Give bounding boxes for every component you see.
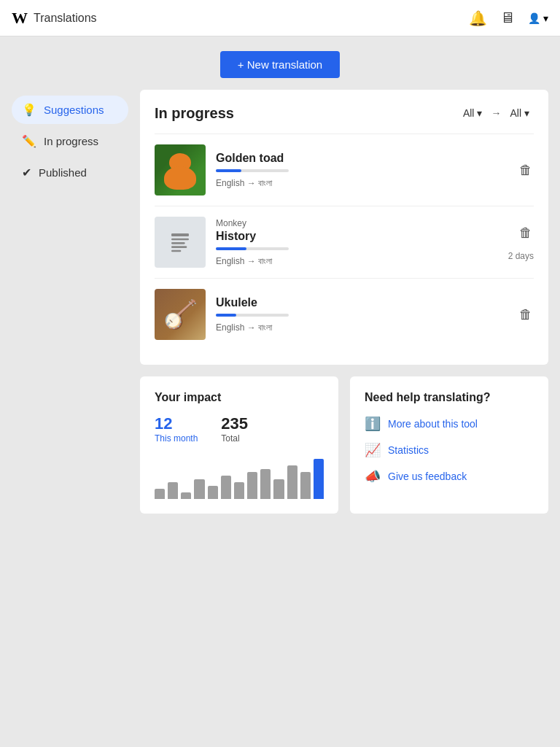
svg-rect-1 [171, 239, 189, 241]
monitor-icon[interactable]: 🖥 [500, 9, 515, 26]
topnav-title: Translations [34, 12, 97, 25]
more-about-link[interactable]: ℹ️ More about this tool [365, 416, 534, 432]
sidebar-item-published-label: Published [39, 166, 87, 179]
ukulele-progress-bar [216, 314, 289, 317]
topnav-actions: 🔔 🖥 👤 ▾ [469, 9, 548, 27]
this-month-stat: 12 This month [155, 414, 198, 444]
monkey-history-days: 2 days [508, 251, 534, 261]
wiki-logo: W [12, 9, 28, 28]
statistics-label: Statistics [388, 444, 429, 456]
monkey-history-progress-bar [216, 247, 289, 250]
sidebar: 💡 Suggestions ✏️ In progress ✔ Published [12, 90, 128, 525]
sidebar-item-published[interactable]: ✔ Published [12, 158, 128, 187]
chart-bar [314, 459, 324, 499]
ukulele-title: Ukulele [216, 296, 508, 309]
monkey-history-lang: English → বাংলা [216, 256, 498, 266]
monkey-history-info: Monkey History English → বাংলা [216, 218, 498, 266]
golden-toad-info: Golden toad English → বাংলা [216, 152, 508, 188]
filter-left-label: All [463, 107, 475, 119]
impact-card: Your impact 12 This month 235 Total [140, 376, 338, 514]
monkey-subtitle: Monkey [216, 218, 498, 228]
monkey-history-thumbnail [155, 217, 206, 268]
ukulele-lang: English → বাংলা [216, 322, 508, 333]
user-menu[interactable]: 👤 ▾ [528, 12, 548, 24]
pencil-icon: ✏️ [22, 134, 36, 148]
ukulele-info: Ukulele English → বাংলা [216, 296, 508, 333]
svg-rect-2 [171, 242, 185, 244]
monkey-history-meta: 🗑 2 days [508, 224, 534, 261]
checkmark-icon: ✔ [22, 166, 31, 179]
sidebar-item-suggestions-label: Suggestions [44, 104, 104, 116]
help-card: Need help translating? ℹ️ More about thi… [350, 376, 548, 514]
more-about-label: More about this tool [388, 418, 478, 430]
this-month-label: This month [155, 433, 198, 444]
bottom-row: Your impact 12 This month 235 Total Need… [140, 376, 548, 514]
golden-toad-thumbnail [155, 144, 206, 196]
feedback-link[interactable]: 📣 Give us feedback [365, 468, 534, 484]
table-row: Monkey History English → বাংলা 🗑 2 days [155, 206, 534, 278]
chart-bar [234, 482, 244, 499]
chart-bar [208, 486, 218, 499]
new-translation-bar: + New translation [0, 36, 560, 90]
golden-toad-delete-button[interactable]: 🗑 [518, 161, 534, 179]
main-content: In progress All ▾ → All ▾ [140, 90, 548, 525]
sidebar-item-suggestions[interactable]: 💡 Suggestions [12, 96, 128, 124]
total-num: 235 [221, 414, 248, 433]
total-label: Total [221, 433, 248, 444]
impact-title: Your impact [155, 391, 324, 404]
megaphone-icon: 📣 [365, 468, 381, 484]
chevron-down-icon: ▾ [477, 107, 482, 119]
help-title: Need help translating? [365, 391, 534, 404]
chart-bar [194, 479, 204, 500]
chart-bar [287, 465, 298, 499]
ukulele-icon: 🪕 [163, 298, 198, 330]
svg-rect-4 [171, 250, 181, 252]
filter-controls: All ▾ → All ▾ [459, 104, 534, 122]
ukulele-thumbnail: 🪕 [155, 289, 206, 340]
chart-bar [221, 476, 231, 499]
topnav-brand: W Translations [12, 9, 97, 28]
ukulele-delete-button[interactable]: 🗑 [518, 306, 534, 324]
statistics-link[interactable]: 📈 Statistics [365, 442, 534, 458]
filter-right-label: All [510, 107, 521, 119]
chart-bar [155, 489, 165, 499]
svg-rect-3 [171, 246, 187, 248]
info-icon: ℹ️ [365, 416, 381, 432]
top-navigation: W Translations 🔔 🖥 👤 ▾ [0, 0, 560, 36]
lang-arrow-icon: → [491, 107, 501, 119]
sidebar-item-in-progress[interactable]: ✏️ In progress [12, 127, 128, 155]
chart-bar [168, 482, 178, 499]
golden-toad-meta: 🗑 [518, 161, 534, 179]
table-row: 🪕 Ukulele English → বাংলা 🗑 [155, 278, 534, 350]
total-stat: 235 Total [221, 414, 248, 444]
ukulele-meta: 🗑 [518, 306, 534, 324]
chart-bar [300, 472, 311, 499]
chart-bar [247, 472, 257, 499]
table-row: Golden toad English → বাংলা 🗑 [155, 133, 534, 206]
filter-left-button[interactable]: All ▾ [459, 104, 487, 122]
golden-toad-title: Golden toad [216, 152, 508, 165]
user-arrow: ▾ [543, 12, 548, 24]
filter-right-button[interactable]: All ▾ [505, 104, 534, 122]
chart-bar [181, 492, 191, 499]
golden-toad-lang: English → বাংলা [216, 178, 508, 188]
ukulele-progress-fill [216, 314, 236, 317]
svg-rect-0 [171, 233, 189, 236]
monkey-history-progress-fill [216, 247, 246, 250]
bell-icon[interactable]: 🔔 [469, 9, 487, 27]
this-month-num: 12 [155, 414, 198, 433]
chevron-down-right-icon: ▾ [524, 107, 529, 119]
main-layout: 💡 Suggestions ✏️ In progress ✔ Published… [0, 90, 560, 525]
feedback-label: Give us feedback [388, 471, 467, 482]
chart-bar [273, 479, 284, 500]
monkey-history-delete-button[interactable]: 🗑 [518, 224, 534, 242]
chart-bar [260, 469, 271, 499]
in-progress-title: In progress [155, 105, 234, 122]
card-header: In progress All ▾ → All ▾ [155, 104, 534, 122]
sidebar-item-in-progress-label: In progress [44, 135, 98, 147]
user-icon: 👤 [528, 12, 540, 24]
monkey-history-title: History [216, 230, 498, 243]
new-translation-button[interactable]: + New translation [220, 51, 340, 78]
suggestions-icon: 💡 [22, 103, 36, 117]
in-progress-card: In progress All ▾ → All ▾ [140, 90, 548, 365]
